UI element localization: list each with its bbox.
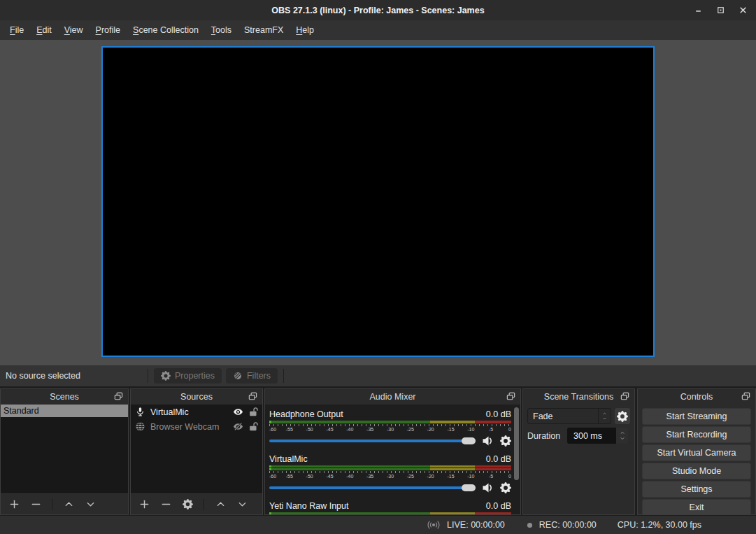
scene-plus-button[interactable] [8, 498, 20, 511]
live-status: LIVE: 00:00:00 [426, 520, 505, 530]
audio-mixer-title: Audio Mixer [370, 392, 416, 402]
channel-name: Headphone Output [269, 409, 343, 419]
source-chevron-down-button[interactable] [236, 498, 248, 511]
sources-list: VirtualMicBrowser Webcam [131, 405, 262, 493]
menu-help[interactable]: Help [290, 22, 320, 38]
titlebar: OBS 27.1.3 (linux) - Profile: James - Sc… [0, 0, 756, 20]
scene-chevron-up-button[interactable] [62, 498, 75, 511]
preview-canvas[interactable] [101, 46, 655, 357]
gear-icon[interactable] [500, 435, 511, 447]
minimize-icon [693, 5, 704, 15]
scene-minus-button[interactable] [29, 498, 42, 511]
meter-scale: -60-55-50-45-40-35-30-25-20-15-10-50 [269, 424, 511, 433]
sources-panel-title: Sources [180, 392, 213, 402]
scenes-panel: Scenes Standard [0, 388, 129, 515]
duration-spinner[interactable] [616, 428, 628, 444]
source-chevron-up-button[interactable] [214, 498, 227, 511]
scenes-panel-title: Scenes [50, 392, 79, 402]
transition-select[interactable]: Fade [527, 408, 611, 424]
popout-icon[interactable] [506, 391, 517, 402]
separator [52, 499, 52, 510]
properties-button[interactable]: Properties [154, 368, 222, 384]
controls-header: Controls [638, 389, 755, 405]
unlock-icon[interactable] [248, 421, 259, 432]
scene-chevron-down-button[interactable] [84, 498, 97, 511]
filter-icon [233, 371, 243, 381]
maximize-button[interactable] [713, 3, 728, 18]
volume-meter [269, 512, 511, 514]
volume-slider[interactable] [269, 437, 476, 445]
popout-icon[interactable] [620, 391, 631, 402]
eye-icon[interactable] [233, 407, 243, 417]
transition-settings-button[interactable] [615, 408, 630, 424]
toolbar-separator [283, 369, 284, 383]
popout-icon[interactable] [113, 391, 124, 402]
volume-meter [269, 465, 511, 470]
menu-file[interactable]: File [3, 22, 30, 38]
source-row[interactable]: VirtualMic [131, 405, 262, 419]
dock-area: Scenes Standard Sources VirtualMicBrowse… [0, 386, 756, 516]
scene-transitions-title: Scene Transitions [544, 392, 613, 402]
chevron-up-icon [601, 412, 608, 416]
duration-value: 300 ms [573, 431, 602, 441]
filters-button[interactable]: Filters [226, 368, 278, 384]
gear-icon[interactable] [500, 482, 511, 493]
meter-scale: -60-55-50-45-40-35-30-25-20-15-10-50 [269, 471, 511, 480]
menubar: FileEditViewProfileScene CollectionTools… [0, 20, 756, 40]
sources-toolbar [131, 493, 262, 514]
no-source-label: No source selected [6, 371, 144, 381]
filters-label: Filters [247, 371, 271, 381]
combo-spinner[interactable] [598, 409, 611, 423]
menu-tools[interactable]: Tools [205, 22, 238, 38]
sources-panel-header: Sources [131, 389, 262, 405]
audio-mixer-panel: Audio Mixer Headphone Output0.0 dB-60-55… [264, 388, 521, 515]
source-row[interactable]: Browser Webcam [131, 419, 262, 434]
menu-edit[interactable]: Edit [30, 22, 58, 38]
statusbar: LIVE: 00:00:00 REC: 00:00:00 CPU: 1.2%, … [0, 516, 756, 534]
menu-profile[interactable]: Profile [90, 22, 127, 38]
gear-icon [161, 371, 171, 381]
source-gear-button[interactable] [181, 498, 194, 511]
start-virtual-camera-button[interactable]: Start Virtual Camera [642, 444, 751, 461]
volume-slider[interactable] [269, 484, 476, 492]
unlock-icon[interactable] [248, 407, 259, 417]
minimize-button[interactable] [690, 3, 706, 18]
close-button[interactable] [735, 3, 750, 18]
chevron-up-icon[interactable] [619, 430, 626, 435]
source-minus-button[interactable] [159, 498, 172, 511]
source-plus-button[interactable] [138, 498, 150, 511]
volume-slider-handle[interactable] [462, 437, 476, 444]
menu-scene-collection[interactable]: Scene Collection [127, 22, 205, 38]
close-icon [738, 5, 748, 15]
start-streaming-button[interactable]: Start Streaming [642, 408, 751, 425]
source-toolbar: No source selected PropertiesFilters [0, 365, 756, 386]
audio-mixer-header: Audio Mixer [265, 389, 520, 405]
start-recording-button[interactable]: Start Recording [642, 426, 751, 443]
volume-meter [269, 421, 511, 423]
exit-button[interactable]: Exit [642, 499, 751, 515]
broadcast-icon [426, 520, 441, 530]
studio-mode-button[interactable]: Studio Mode [642, 463, 751, 479]
popout-icon[interactable] [741, 391, 752, 402]
channel-name: Yeti Nano Raw Input [269, 501, 349, 511]
menu-view[interactable]: View [58, 22, 90, 38]
popout-icon[interactable] [248, 391, 259, 402]
mixer-channel: Yeti Nano Raw Input0.0 dB-60-55-50-45-40… [269, 500, 511, 514]
duration-spinbox[interactable]: 300 ms [567, 428, 616, 444]
settings-button[interactable]: Settings [642, 481, 751, 498]
source-name: VirtualMic [150, 407, 228, 417]
chevron-down-icon[interactable] [619, 436, 626, 441]
volume-slider-handle[interactable] [462, 484, 476, 491]
scene-transitions-panel: Scene Transitions Fade Duration 300 ms [522, 388, 635, 515]
speaker-icon[interactable] [481, 482, 494, 493]
transition-select-value: Fade [528, 412, 598, 421]
scene-item[interactable]: Standard [1, 405, 128, 417]
menu-streamfx[interactable]: StreamFX [238, 22, 290, 38]
scenes-list: Standard [1, 405, 128, 493]
eye-slash-icon[interactable] [233, 421, 243, 432]
controls-title: Controls [680, 392, 713, 402]
speaker-icon[interactable] [481, 435, 494, 447]
mixer-scrollbar[interactable] [514, 407, 519, 480]
channel-name: VirtualMic [269, 454, 308, 464]
microphone-icon [135, 407, 145, 417]
